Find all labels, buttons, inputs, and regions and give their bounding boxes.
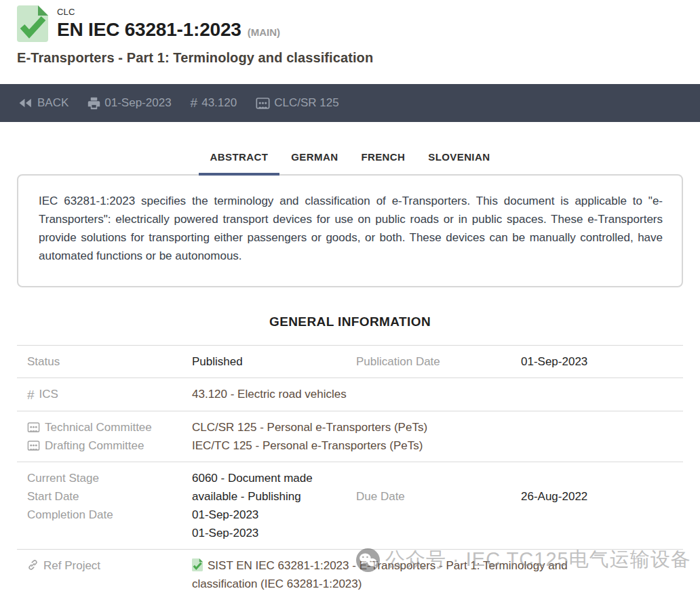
hash-icon: # [27,388,35,402]
abstract-text: IEC 63281-1:2023 specifies the terminolo… [39,195,663,262]
general-information-table: Status Published Publication Date 01-Sep… [17,345,683,591]
publication-date-value: 01-Sep-2023 [521,352,683,371]
table-row-stage: Current Stage Start Date Completion Date… [17,462,683,549]
status-label: Status [27,352,192,371]
current-stage-value: 6060 - Document made available - Publish… [192,469,356,506]
tab-slovenian[interactable]: SLOVENIAN [416,143,501,176]
back-button[interactable]: BACK [18,96,69,110]
document-check-icon [192,558,203,571]
tab-german[interactable]: GERMAN [279,143,349,176]
page-header: CLC EN IEC 63281-1:2023 (MAIN) E-Transpo… [0,0,700,84]
toolbar-publication-date: 01-Sep-2023 [88,96,171,110]
tab-abstract[interactable]: ABSTRACT [199,143,280,176]
toolbar-date-label: 01-Sep-2023 [104,96,171,110]
technical-committee-label: Technical Committee [45,421,152,434]
language-tabs: ABSTRACT GERMAN FRENCH SLOVENIAN [0,122,700,176]
toolbar: BACK 01-Sep-2023 # 43.120 CLC/SR 125 [0,84,700,122]
ref-project-label: Ref Project [43,559,100,572]
general-information-heading: GENERAL INFORMATION [0,314,700,329]
hash-icon: # [191,96,198,110]
ref-project-text: SIST EN IEC 63281-1:2023 - E-Transporter… [192,559,568,590]
people-group-icon [256,98,270,109]
table-row-ics: #ICS 43.120 - Electric road vehicles [17,378,683,411]
people-group-icon [27,422,40,432]
abstract-panel: IEC 63281-1:2023 specifies the terminolo… [17,174,683,287]
page-title: EN IEC 63281-1:2023 [57,19,241,41]
drafting-committee-label: Drafting Committee [45,439,144,452]
document-check-icon [17,5,48,42]
current-stage-label: Current Stage [27,469,192,487]
printer-icon [88,97,100,110]
toolbar-ics: # 43.120 [191,96,237,110]
table-row-committees: Technical Committee Drafting Committee C… [17,411,683,462]
start-date-value: 01-Sep-2023 [192,506,356,524]
status-value: Published [192,352,356,371]
start-date-label: Start Date [27,487,192,506]
due-date-label: Due Date [356,487,521,506]
toolbar-ics-label: 43.120 [201,96,237,110]
main-badge: (MAIN) [248,26,280,38]
ics-label: ICS [39,388,58,401]
publication-date-label: Publication Date [356,352,521,371]
completion-date-value: 01-Sep-2023 [192,524,356,542]
due-date-value: 26-Aug-2022 [521,487,683,506]
rewind-back-icon [18,98,33,108]
link-icon [27,559,39,571]
table-row-ref-project: Ref Project SIST EN IEC 63281-1:2023 - E… [17,549,683,591]
document-subtitle: E-Transporters - Part 1: Terminology and… [17,50,683,66]
drafting-committee-link[interactable]: IEC/TC 125 - Personal e-Transporters (Pe… [192,436,683,455]
toolbar-committee-label: CLC/SR 125 [274,96,338,110]
ics-link[interactable]: 43.120 - Electric road vehicles [192,385,683,403]
people-group-icon [27,441,40,451]
organization-label: CLC [57,7,280,18]
technical-committee-link[interactable]: CLC/SR 125 - Personal e-Transporters (Pe… [192,418,683,436]
table-row-status: Status Published Publication Date 01-Sep… [17,345,683,378]
completion-date-label: Completion Date [27,506,192,524]
back-label: BACK [37,96,69,110]
toolbar-committee: CLC/SR 125 [256,96,338,110]
tab-french[interactable]: FRENCH [349,143,416,176]
ref-project-link[interactable]: SIST EN IEC 63281-1:2023 - E-Transporter… [192,556,616,591]
